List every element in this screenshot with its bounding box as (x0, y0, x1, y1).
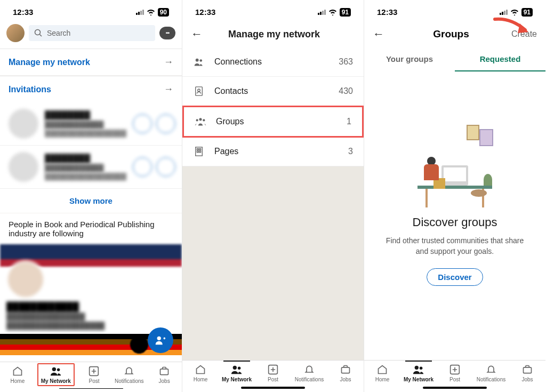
ignore-button[interactable] (133, 114, 152, 133)
tab-post[interactable]: Post (255, 364, 291, 382)
tab-notifications[interactable]: Notifications (291, 364, 327, 382)
arrow-right-icon: → (164, 84, 173, 95)
show-more-button[interactable]: Show more (0, 189, 182, 213)
tab-jobs[interactable]: Jobs (327, 364, 364, 382)
bell-icon (485, 364, 497, 375)
tab-home[interactable]: Home (364, 364, 400, 382)
svg-rect-26 (524, 367, 532, 373)
briefcase-icon (158, 365, 170, 377)
svg-rect-22 (342, 367, 350, 373)
people-icon (231, 364, 243, 375)
svg-rect-17 (197, 151, 198, 153)
phone-my-network: 12:33 90 Search Manage my network → Invi… (0, 0, 182, 392)
tab-bar: Home My Network Post Notifications Jobs (182, 360, 364, 385)
status-time: 12:33 (377, 7, 397, 17)
groups-tabs: Your groups Requested (364, 47, 545, 71)
tab-requested[interactable]: Requested (455, 47, 545, 71)
svg-point-8 (199, 59, 202, 62)
arrow-right-icon: → (164, 57, 173, 68)
page-title: Manage my network (209, 29, 339, 40)
messages-icon[interactable] (159, 27, 175, 39)
suggestion-card[interactable]: ████████████ ████████████████ ██████████… (0, 244, 182, 362)
svg-point-20 (238, 367, 241, 370)
row-label: Groups (216, 117, 244, 126)
status-bar: 12:33 91 (182, 0, 364, 21)
row-count: 430 (339, 86, 353, 96)
svg-rect-6 (160, 369, 168, 375)
people-icon (193, 56, 205, 68)
svg-rect-15 (197, 149, 198, 150)
svg-point-24 (420, 367, 423, 370)
phone-manage-network: 12:33 91 ← Manage my network Connections… (182, 0, 364, 392)
ignore-button[interactable] (133, 157, 152, 177)
page-title: Groups (391, 28, 511, 40)
empty-state: Discover groups Find other trusted commu… (364, 71, 545, 360)
svg-rect-16 (199, 149, 201, 150)
row-connections[interactable]: Connections 363 (182, 47, 364, 77)
search-input[interactable]: Search (29, 25, 155, 41)
header: ← Manage my network (182, 21, 364, 47)
back-button[interactable]: ← (191, 27, 203, 41)
svg-point-23 (415, 366, 419, 370)
tab-your-groups[interactable]: Your groups (364, 47, 455, 71)
invitations-link[interactable]: Invitations → (0, 76, 182, 102)
suggestion-heading: People in Book and Periodical Publishing… (0, 213, 182, 244)
row-contacts[interactable]: Contacts 430 (182, 77, 364, 106)
battery-indicator: 91 (340, 8, 351, 17)
tab-home[interactable]: Home (182, 364, 219, 382)
invitations-label: Invitations (9, 85, 51, 94)
home-indicator (423, 387, 487, 389)
discover-button[interactable]: Discover (427, 268, 483, 286)
accept-button[interactable] (156, 157, 175, 177)
create-button[interactable]: Create (511, 29, 537, 39)
status-time: 12:33 (195, 7, 215, 17)
tab-jobs[interactable]: Jobs (147, 365, 182, 384)
invitation-item[interactable]: ████████ ████████████ ██████████████████ (0, 146, 182, 189)
network-menu-list: Connections 363 Contacts 430 Groups 1 Pa… (182, 47, 364, 166)
svg-point-4 (57, 369, 60, 372)
svg-rect-14 (196, 147, 203, 156)
svg-point-0 (35, 30, 41, 35)
status-bar: 12:33 90 (0, 0, 182, 21)
accept-button[interactable] (156, 114, 175, 133)
invitation-avatar (9, 152, 38, 182)
tab-my-network[interactable]: My Network (37, 363, 75, 386)
row-label: Connections (214, 57, 262, 67)
row-label: Contacts (214, 86, 248, 96)
tab-notifications[interactable]: Notifications (111, 365, 147, 384)
tab-post[interactable]: Post (437, 364, 473, 382)
home-icon (12, 365, 23, 377)
status-time: 12:33 (13, 7, 33, 17)
groups-icon (195, 116, 206, 127)
bell-icon (123, 365, 135, 377)
tab-my-network[interactable]: My Network (219, 364, 255, 382)
row-count: 1 (347, 117, 351, 126)
home-indicator (241, 387, 305, 389)
signal-icon (318, 10, 326, 15)
briefcase-icon (521, 364, 533, 375)
row-count: 3 (348, 147, 353, 156)
tab-notifications[interactable]: Notifications (473, 364, 509, 382)
tab-jobs[interactable]: Jobs (509, 364, 545, 382)
tab-my-network[interactable]: My Network (400, 364, 437, 382)
profile-avatar[interactable] (6, 24, 25, 42)
wifi-icon (328, 9, 337, 15)
svg-point-19 (233, 366, 237, 370)
tab-home[interactable]: Home (0, 365, 35, 384)
signal-icon (136, 10, 144, 15)
people-icon (50, 365, 62, 377)
signal-icon (500, 10, 508, 15)
back-button[interactable]: ← (373, 27, 384, 41)
wifi-icon (510, 9, 519, 15)
svg-rect-18 (199, 151, 201, 153)
svg-point-12 (196, 119, 198, 121)
invitation-item[interactable]: ████████ ████████████ ██████████████████ (0, 102, 182, 146)
top-bar: Search (0, 21, 182, 49)
manage-network-link[interactable]: Manage my network → (0, 49, 182, 75)
contacts-icon (193, 85, 205, 97)
tab-post[interactable]: Post (77, 365, 112, 384)
row-pages[interactable]: Pages 3 (182, 137, 364, 166)
empty-heading: Discover groups (413, 215, 497, 229)
row-groups[interactable]: Groups 1 (182, 106, 364, 138)
briefcase-icon (340, 364, 351, 375)
